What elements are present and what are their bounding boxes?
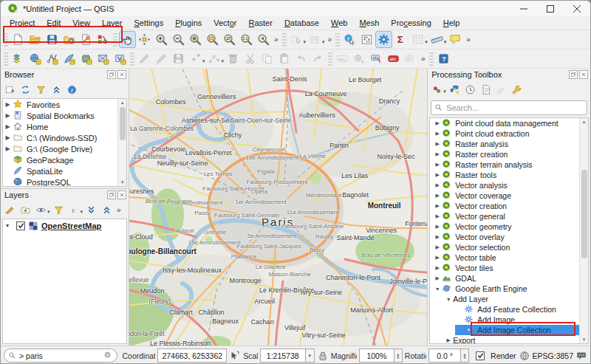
processing-item-raster-analysis[interactable]: ▶Raster analysis xyxy=(433,139,588,149)
button-bubble-yellow[interactable] xyxy=(447,31,464,48)
browser-item-spatialite[interactable]: SpatiaLite xyxy=(3,165,126,176)
browser-scrollbar[interactable]: ▲ ▼ xyxy=(117,99,126,186)
expand-icon[interactable]: ▶ xyxy=(3,145,13,152)
scroll-up-icon[interactable]: ▲ xyxy=(582,118,587,126)
float-panel-icon[interactable] xyxy=(107,190,116,199)
button-epsilon[interactable]: ε xyxy=(66,202,82,218)
expand-icon[interactable]: ▶ xyxy=(433,151,442,157)
button-wrench-page[interactable] xyxy=(78,31,95,48)
expand-icon[interactable]: ▶ xyxy=(433,244,442,250)
float-panel-icon[interactable] xyxy=(107,70,116,79)
button-gear-blue[interactable] xyxy=(375,31,392,48)
button-clock[interactable] xyxy=(462,82,478,97)
expand-icon[interactable]: ▶ xyxy=(433,275,442,281)
button-identify[interactable]: i xyxy=(341,31,358,48)
button-mag-plus[interactable] xyxy=(153,31,170,48)
chevron-down-icon[interactable]: ▾ xyxy=(444,39,447,45)
locator-search[interactable]: > paris xyxy=(4,348,117,363)
processing-item-vector-selection[interactable]: ▶Vector selection xyxy=(433,242,588,253)
button-feather[interactable] xyxy=(61,50,78,67)
expand-icon[interactable]: ▶ xyxy=(3,134,13,141)
toolbar-handle[interactable] xyxy=(429,52,434,66)
button-brush[interactable] xyxy=(2,202,18,218)
expand-icon[interactable]: ▶ xyxy=(3,112,13,119)
processing-item-point-cloud-extraction[interactable]: ▶Point cloud extraction xyxy=(433,128,588,139)
toolbar-handle[interactable] xyxy=(328,52,332,66)
scroll-down-icon[interactable]: ▼ xyxy=(582,336,587,343)
button-ruler[interactable] xyxy=(428,31,445,48)
chevron-down-icon[interactable]: ▼ xyxy=(306,348,315,363)
scrollbar-thumb[interactable] xyxy=(581,170,587,258)
button-log[interactable] xyxy=(478,82,493,97)
scrollbar-thumb[interactable] xyxy=(120,107,126,140)
expand-icon[interactable]: ▶ xyxy=(433,255,442,261)
menu-plugins[interactable]: Plugins xyxy=(169,17,208,29)
processing-item-vector-table[interactable]: ▶Vector table xyxy=(433,253,588,263)
close-panel-icon[interactable] xyxy=(117,190,126,199)
browser-item-geopackage[interactable]: GeoPackage xyxy=(3,154,126,165)
menu-mesh[interactable]: Mesh xyxy=(353,17,385,29)
button-save[interactable] xyxy=(44,31,61,48)
button-mag-sel[interactable] xyxy=(204,31,221,48)
toolbar-handle[interactable] xyxy=(4,52,8,66)
processing-item-raster-tools[interactable]: ▶Raster tools xyxy=(433,170,588,180)
button-add-selected[interactable] xyxy=(2,82,18,97)
button-new-file[interactable] xyxy=(10,31,27,48)
expand-icon[interactable]: ▶ xyxy=(433,172,442,178)
expand-icon[interactable]: ▶ xyxy=(444,337,453,343)
chevron-down-icon[interactable]: ▾ xyxy=(47,209,50,215)
button-collapse-tree[interactable] xyxy=(99,202,115,218)
expand-icon[interactable]: ▼ xyxy=(444,297,453,302)
toolbar-handle[interactable] xyxy=(4,32,8,47)
processing-item-export[interactable]: ▶Export xyxy=(444,335,588,344)
menu-edit[interactable]: Edit xyxy=(41,17,66,29)
button-funnel[interactable] xyxy=(51,202,66,218)
button-collapse-all[interactable] xyxy=(49,82,64,97)
processing-item-gdal[interactable]: ▶GDAL xyxy=(433,273,588,284)
button-sigma[interactable]: Σ xyxy=(392,31,409,48)
expand-icon[interactable]: ▶ xyxy=(433,162,442,168)
menu-view[interactable]: View xyxy=(66,17,96,29)
toolbar-overflow-icon[interactable]: » xyxy=(326,35,335,44)
toolbar-overflow-icon[interactable]: » xyxy=(115,206,123,214)
layer-item-openstreetmap[interactable]: ▾OpenStreetMap xyxy=(3,219,126,232)
expand-icon[interactable]: ▶ xyxy=(3,101,13,108)
button-chip[interactable] xyxy=(78,50,95,67)
button-nodes[interactable] xyxy=(44,50,61,67)
processing-item-vector-creation[interactable]: ▶Vector creation xyxy=(433,201,588,211)
expand-icon[interactable]: ▾ xyxy=(6,222,13,229)
browser-item-favorites[interactable]: ▶Favorites xyxy=(3,99,126,110)
processing-item-google-earth-engine[interactable]: ▼Google Earth Engine xyxy=(433,284,588,294)
processing-item-point-cloud-data-management[interactable]: ▶Point cloud data management xyxy=(433,118,588,128)
chevron-down-icon[interactable]: ▾ xyxy=(443,89,446,95)
lock-scale-icon[interactable] xyxy=(317,350,329,362)
scroll-up-icon[interactable]: ▲ xyxy=(120,99,125,106)
expand-icon[interactable]: ▶ xyxy=(433,193,442,199)
expand-icon[interactable]: ▼ xyxy=(433,286,442,292)
menu-help[interactable]: Help xyxy=(437,17,466,29)
browser-item-home[interactable]: ▶Home xyxy=(3,121,126,132)
layer-visibility-checkbox[interactable] xyxy=(16,222,25,230)
button-eye[interactable] xyxy=(33,202,49,218)
render-toggle[interactable]: Render xyxy=(473,351,516,360)
scroll-down-icon[interactable]: ▼ xyxy=(120,179,125,186)
messages-icon[interactable] xyxy=(575,350,587,362)
button-mag-minus[interactable] xyxy=(170,31,187,48)
button-abacus[interactable] xyxy=(358,31,375,48)
toolbar-handle[interactable] xyxy=(113,32,117,47)
browser-item-postgresql[interactable]: PostgreSQL xyxy=(3,176,126,187)
minimize-button[interactable] xyxy=(510,1,537,16)
menu-raster[interactable]: Raster xyxy=(242,17,278,29)
menu-settings[interactable]: Settings xyxy=(128,17,169,29)
toolbar-handle[interactable] xyxy=(130,52,134,66)
button-mag-full[interactable] xyxy=(187,31,204,48)
button-folder-gear[interactable] xyxy=(61,31,78,48)
button-raster-x[interactable] xyxy=(95,50,112,67)
button-open-folder[interactable] xyxy=(27,31,44,48)
expand-icon[interactable]: ▶ xyxy=(433,224,442,230)
float-panel-icon[interactable] xyxy=(569,70,578,79)
processing-item-add-image[interactable]: Add Image xyxy=(455,315,588,325)
toolbar-overflow-icon[interactable]: » xyxy=(464,35,473,44)
processing-item-vector-tiles[interactable]: ▶Vector tiles xyxy=(433,263,588,273)
spinner-arrows-icon[interactable]: ▲▼ xyxy=(461,348,469,363)
